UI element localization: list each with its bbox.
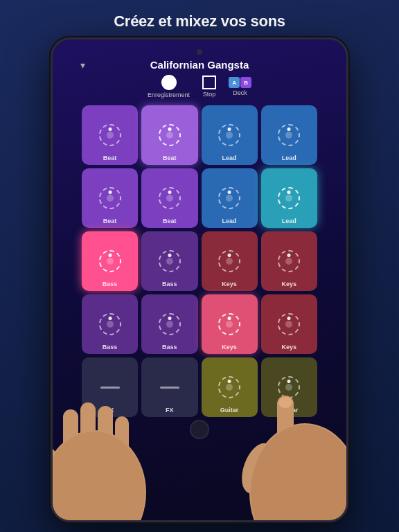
pad-r2c3[interactable]: Keys — [261, 231, 317, 291]
pad-r3c0[interactable]: Bass — [82, 294, 138, 354]
knob-dot — [287, 317, 291, 320]
pad-r1c3[interactable]: Lead — [261, 168, 317, 228]
knob-r1c1 — [159, 187, 181, 209]
pad-r4c2[interactable]: Guitar — [202, 357, 258, 417]
pad-r0c0[interactable]: Beat — [82, 105, 138, 165]
deck-box: A B — [229, 77, 251, 88]
pad-label-r4c1: FX — [166, 407, 174, 414]
pad-r0c2[interactable]: Lead — [202, 105, 258, 165]
pad-label-r2c0: Bass — [103, 281, 118, 287]
knob-center — [226, 321, 233, 328]
pad-r1c1[interactable]: Beat — [141, 168, 197, 228]
knob-r2c2 — [218, 250, 240, 272]
tablet-screen: ▾ Californian Gangsta Enregistrement Sto… — [53, 39, 346, 520]
knob-center — [285, 321, 292, 328]
knob-r0c3 — [278, 124, 300, 146]
record-control[interactable]: Enregistrement — [148, 75, 190, 98]
home-button[interactable] — [190, 420, 209, 439]
dash-icon-r4c1 — [160, 387, 179, 389]
svg-point-7 — [249, 423, 346, 520]
stop-square — [202, 76, 216, 89]
pad-r3c1[interactable]: Bass — [141, 294, 197, 354]
knob-center — [107, 321, 114, 328]
knob-center — [285, 258, 292, 265]
camera-dot — [197, 49, 202, 55]
knob-center — [166, 195, 173, 202]
knob-center — [107, 132, 114, 139]
knob-dot — [228, 190, 231, 194]
pad-r1c2[interactable]: Lead — [202, 168, 258, 228]
knob-r2c3 — [278, 250, 300, 272]
pad-label-r3c2: Keys — [222, 344, 237, 351]
knob-center — [226, 384, 233, 391]
knob-center — [166, 258, 173, 265]
knob-dot — [168, 127, 171, 131]
knob-r4c2 — [218, 376, 240, 398]
pad-label-r0c0: Beat — [103, 154, 117, 161]
pad-r1c0[interactable]: Beat — [82, 168, 138, 228]
record-circle — [161, 75, 177, 90]
pad-label-r2c3: Keys — [282, 281, 297, 287]
knob-r3c3 — [278, 313, 300, 335]
knob-center — [107, 258, 114, 265]
knob-dot — [108, 254, 112, 257]
pad-r0c3[interactable]: Lead — [261, 105, 317, 165]
record-label: Enregistrement — [148, 91, 190, 98]
knob-r1c2 — [218, 187, 240, 209]
deck-a: A — [229, 77, 240, 88]
pad-label-r1c2: Lead — [222, 218, 237, 224]
tablet: ▾ Californian Gangsta Enregistrement Sto… — [51, 37, 348, 522]
chevron-icon[interactable]: ▾ — [80, 60, 85, 71]
pad-r3c3[interactable]: Keys — [261, 294, 317, 354]
svg-point-0 — [53, 430, 146, 520]
pad-label-r4c3: Guitar — [280, 407, 299, 414]
svg-point-1 — [53, 433, 73, 496]
pad-r2c2[interactable]: Keys — [202, 231, 258, 291]
pad-label-r0c2: Lead — [222, 154, 237, 161]
knob-r3c2 — [218, 313, 240, 335]
pad-label-r2c1: Bass — [162, 281, 177, 287]
knob-r0c0 — [99, 124, 121, 146]
pad-r4c3[interactable]: Guitar — [261, 357, 317, 417]
knob-r2c1 — [159, 250, 181, 272]
svg-point-12 — [236, 438, 280, 497]
page-title: Créez et mixez vos sons — [114, 12, 285, 30]
pad-r4c1[interactable]: FX — [141, 357, 197, 417]
pad-r2c0[interactable]: Bass — [82, 231, 138, 291]
pad-label-r1c1: Beat — [163, 218, 177, 224]
svg-point-6 — [53, 432, 145, 520]
svg-point-11 — [326, 451, 346, 486]
knob-r3c0 — [99, 313, 121, 335]
knob-center — [166, 321, 173, 328]
svg-point-10 — [308, 442, 336, 481]
knob-center — [226, 195, 233, 202]
knob-center — [285, 132, 292, 139]
svg-point-14 — [251, 425, 346, 520]
knob-r4c3 — [278, 376, 300, 398]
deck-control[interactable]: A B Deck — [229, 77, 251, 96]
pad-label-r1c3: Lead — [282, 218, 296, 224]
pad-r4c0[interactable]: FX — [82, 357, 138, 417]
pad-label-r4c0: FX — [106, 407, 114, 414]
knob-r0c1 — [159, 124, 181, 146]
pad-r0c1[interactable]: Beat — [141, 105, 197, 165]
pad-label-r1c0: Beat — [103, 218, 117, 224]
controls-row: Enregistrement Stop A B Deck — [148, 75, 251, 98]
knob-dot — [228, 127, 231, 131]
pad-label-r2c2: Keys — [222, 281, 237, 287]
stop-control[interactable]: Stop — [202, 76, 216, 98]
header-row: ▾ Californian Gangsta — [60, 59, 339, 71]
knob-r0c2 — [218, 124, 240, 146]
knob-r1c3 — [278, 187, 300, 209]
knob-dot — [287, 127, 291, 131]
pad-label-r0c3: Lead — [282, 154, 296, 161]
deck-b: B — [240, 77, 251, 88]
knob-dot — [108, 317, 112, 320]
knob-r1c0 — [99, 187, 121, 209]
knob-dot — [287, 254, 291, 257]
knob-dot — [168, 254, 171, 257]
pad-r2c1[interactable]: Bass — [141, 231, 197, 291]
knob-center — [166, 132, 173, 139]
knob-dot — [287, 190, 291, 194]
pad-r3c2[interactable]: Keys — [202, 294, 258, 354]
